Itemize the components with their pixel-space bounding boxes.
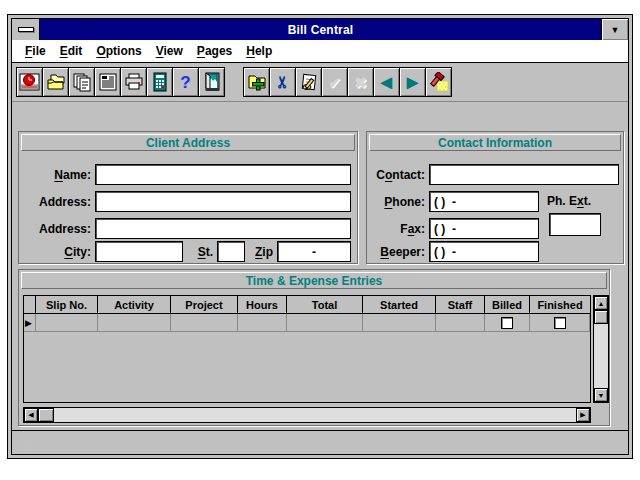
beeper-field[interactable] bbox=[429, 241, 539, 262]
minimize-button[interactable]: ▼ bbox=[601, 19, 628, 40]
zip-label: Zip bbox=[247, 245, 273, 259]
cell-hours[interactable] bbox=[238, 314, 287, 331]
state-field[interactable] bbox=[217, 241, 245, 262]
exit-button[interactable] bbox=[198, 67, 225, 97]
zip-field[interactable] bbox=[277, 241, 351, 262]
calculator-icon bbox=[150, 72, 170, 92]
calculator-button[interactable] bbox=[146, 67, 173, 97]
contact-information-title: Contact Information bbox=[369, 134, 621, 151]
page-tabs: Main Billing Rates Auto Billing Invoices… bbox=[12, 430, 628, 454]
selector-header-cell bbox=[24, 296, 36, 313]
col-started: Started bbox=[363, 296, 436, 313]
find-button[interactable] bbox=[425, 67, 452, 97]
system-menu-icon bbox=[18, 27, 34, 32]
grid-record-row[interactable]: ▶ bbox=[24, 314, 590, 332]
print-button[interactable] bbox=[120, 67, 147, 97]
system-menu-button[interactable] bbox=[12, 19, 40, 40]
cell-slip-no[interactable] bbox=[36, 314, 98, 331]
col-hours: Hours bbox=[238, 296, 287, 313]
contact-field[interactable] bbox=[429, 164, 619, 185]
contact-information-panel: Contact Information Contact: Phone: Ph. … bbox=[366, 131, 624, 264]
main-page: Client Address Name: Address: Address: C… bbox=[12, 102, 628, 430]
previous-record-button[interactable]: ◀ bbox=[373, 67, 400, 97]
fax-label: Fax: bbox=[369, 222, 425, 236]
menu-options[interactable]: Options bbox=[93, 42, 152, 60]
time-slip-icon bbox=[19, 72, 41, 92]
menu-bar: File Edit Options View Pages Help bbox=[12, 40, 628, 63]
scroll-up-button[interactable]: ▲ bbox=[594, 296, 608, 310]
print-icon bbox=[124, 72, 144, 92]
ph-ext-field[interactable] bbox=[549, 213, 601, 236]
copy-slips-icon bbox=[72, 72, 92, 92]
cell-total[interactable] bbox=[287, 314, 363, 331]
edit-record-button[interactable] bbox=[295, 67, 322, 97]
address2-field[interactable] bbox=[95, 218, 351, 239]
confirm-button: ✔ bbox=[321, 67, 348, 97]
menu-file[interactable]: File bbox=[22, 42, 57, 60]
vertical-scroll-thumb[interactable] bbox=[594, 310, 608, 324]
time-slip-button[interactable] bbox=[16, 67, 43, 97]
col-activity: Activity bbox=[98, 296, 171, 313]
time-expense-panel: Time & Expense Entries Slip No. Activity… bbox=[18, 269, 610, 426]
name-field[interactable] bbox=[95, 164, 351, 185]
horizontal-scroll-track[interactable] bbox=[54, 408, 576, 422]
bill-central-window: Bill Central ▼ File Edit Options View Pa… bbox=[7, 14, 633, 459]
horizontal-scroll-thumb[interactable] bbox=[38, 408, 54, 422]
cell-started[interactable] bbox=[363, 314, 436, 331]
ph-ext-label: Ph. Ext. bbox=[547, 194, 617, 208]
city-label: City: bbox=[23, 245, 91, 259]
address1-label: Address: bbox=[23, 195, 91, 209]
minimize-icon: ▼ bbox=[611, 25, 620, 35]
report-icon bbox=[98, 72, 118, 92]
tab-billing-rates-label: Billing Rates bbox=[21, 431, 47, 450]
address1-field[interactable] bbox=[95, 191, 351, 212]
right-arrow-icon: ▶ bbox=[407, 75, 418, 89]
grid-vertical-scrollbar: ▲ ▼ bbox=[593, 295, 609, 403]
report-button[interactable] bbox=[94, 67, 121, 97]
address2-label: Address: bbox=[23, 222, 91, 236]
window-title: Bill Central bbox=[40, 19, 601, 40]
open-folders-button[interactable] bbox=[42, 67, 69, 97]
grid-horizontal-scrollbar: ◀ ▶ bbox=[23, 407, 591, 423]
billed-checkbox[interactable] bbox=[501, 317, 513, 329]
city-field[interactable] bbox=[95, 241, 183, 262]
help-button[interactable]: ? bbox=[172, 67, 199, 97]
client-address-panel: Client Address Name: Address: Address: C… bbox=[18, 131, 358, 264]
scroll-left-button[interactable]: ◀ bbox=[24, 408, 38, 422]
cell-activity[interactable] bbox=[98, 314, 171, 331]
scroll-right-button[interactable]: ▶ bbox=[576, 408, 590, 422]
col-project: Project bbox=[171, 296, 238, 313]
col-slip-no: Slip No. bbox=[36, 296, 98, 313]
finished-checkbox[interactable] bbox=[554, 317, 566, 329]
fax-field[interactable] bbox=[429, 218, 539, 239]
vertical-scroll-track[interactable] bbox=[594, 324, 608, 388]
name-label: Name: bbox=[23, 168, 91, 182]
copy-slips-button[interactable] bbox=[68, 67, 95, 97]
cell-billed bbox=[485, 314, 530, 331]
help-icon: ? bbox=[180, 74, 190, 91]
cancel-button: ✖ bbox=[347, 67, 374, 97]
col-finished: Finished bbox=[530, 296, 590, 313]
phone-label: Phone: bbox=[369, 195, 425, 209]
menu-help[interactable]: Help bbox=[243, 42, 283, 60]
menu-view[interactable]: View bbox=[153, 42, 194, 60]
cut-record-button[interactable]: ✂ bbox=[269, 67, 296, 97]
menu-pages[interactable]: Pages bbox=[194, 42, 243, 60]
menu-edit[interactable]: Edit bbox=[57, 42, 94, 60]
client-address-title: Client Address bbox=[21, 134, 355, 151]
tab-notes-label: Notes bbox=[24, 431, 50, 450]
cell-project[interactable] bbox=[171, 314, 238, 331]
add-record-icon bbox=[247, 72, 267, 92]
open-folders-icon bbox=[46, 72, 66, 92]
phone-field[interactable] bbox=[429, 191, 539, 212]
time-expense-title: Time & Expense Entries bbox=[21, 272, 607, 289]
flashlight-icon bbox=[429, 72, 449, 92]
scroll-down-button[interactable]: ▼ bbox=[594, 388, 608, 402]
add-record-button[interactable] bbox=[243, 67, 270, 97]
title-bar: Bill Central ▼ bbox=[12, 19, 628, 40]
cell-staff[interactable] bbox=[436, 314, 485, 331]
tab-auto-billing-label: Auto Billing bbox=[22, 431, 48, 450]
checkmark-icon: ✔ bbox=[328, 75, 341, 90]
toolbar: ? bbox=[12, 63, 628, 102]
next-record-button[interactable]: ▶ bbox=[399, 67, 426, 97]
